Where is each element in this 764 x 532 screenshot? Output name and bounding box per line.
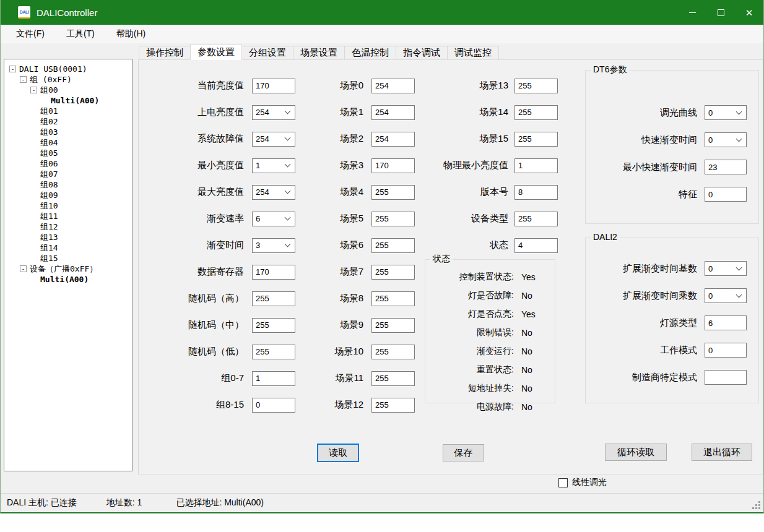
tree-item[interactable]: Multi(A00) <box>4 95 132 106</box>
tree-item[interactable]: -组00 <box>4 85 132 95</box>
input-scene-3[interactable]: 170 <box>371 158 415 173</box>
exit-loop-button[interactable]: 退出循环 <box>692 444 752 461</box>
input-scene-9[interactable]: 255 <box>371 318 415 333</box>
tab-operation-control[interactable]: 操作控制 <box>139 46 191 60</box>
save-button[interactable]: 保存 <box>443 444 484 461</box>
tree-item[interactable]: 组04 <box>4 137 132 148</box>
input-scene-5[interactable]: 255 <box>371 212 415 226</box>
tree-item[interactable]: 组12 <box>4 221 132 232</box>
tree-item[interactable]: -设备（广播0xFF） <box>4 264 132 274</box>
status-value-short-address-missing: No <box>521 384 547 393</box>
input-group-0-7[interactable]: 1 <box>252 371 295 386</box>
menu-item-file[interactable]: 文件(F) <box>9 26 52 42</box>
maximize-button[interactable] <box>706 0 735 25</box>
field-row-ext-fade-base: 扩展渐变时间基数0 <box>591 255 747 282</box>
tab-debug-monitor[interactable]: 调试监控 <box>448 46 499 60</box>
input-version[interactable]: 8 <box>514 185 558 200</box>
combo-fast-fade-time[interactable]: 0 <box>705 132 747 147</box>
minimize-button[interactable] <box>678 0 706 25</box>
input-scene-10[interactable]: 255 <box>371 345 415 359</box>
tree-item[interactable]: 组06 <box>4 158 132 169</box>
loop-read-button[interactable]: 循环读取 <box>605 444 667 461</box>
tree-item[interactable]: 组02 <box>4 116 132 127</box>
input-scene-1[interactable]: 254 <box>371 105 415 120</box>
combo-fade-time[interactable]: 3 <box>252 238 295 253</box>
input-scene-2[interactable]: 254 <box>371 132 415 147</box>
input-scene-8[interactable]: 255 <box>371 291 415 306</box>
close-button[interactable]: ✕ <box>735 0 763 25</box>
tree-collapse-icon[interactable]: - <box>30 87 37 93</box>
tree-item[interactable]: 组14 <box>4 242 132 253</box>
resize-grip[interactable] <box>752 501 761 510</box>
label-light-source-type: 灯源类型 <box>591 317 697 329</box>
combo-dimming-curve[interactable]: 0 <box>705 105 747 120</box>
tree-item[interactable]: 组07 <box>4 169 132 179</box>
tab-parameter-settings[interactable]: 参数设置 <box>190 44 242 60</box>
combo-min-level[interactable]: 1 <box>252 158 295 173</box>
combo-system-failure-level[interactable]: 254 <box>252 132 295 147</box>
input-scene-0[interactable]: 254 <box>371 79 415 93</box>
tree-item[interactable]: -DALI USB(0001) <box>4 64 132 74</box>
tab-scene-settings[interactable]: 场景设置 <box>293 46 345 60</box>
input-random-high[interactable]: 255 <box>252 291 295 306</box>
linear-dimming-checkbox[interactable] <box>558 478 568 487</box>
input-group-8-15[interactable]: 0 <box>252 398 295 413</box>
tab-color-temp-control[interactable]: 色温控制 <box>345 46 396 60</box>
tree-item[interactable]: 组11 <box>4 211 132 221</box>
tree-item-label: 组01 <box>40 106 58 117</box>
input-scene-7[interactable]: 255 <box>371 265 415 280</box>
input-random-low[interactable]: 255 <box>252 345 295 359</box>
tree-item[interactable]: 组15 <box>4 253 132 264</box>
menu-item-tools[interactable]: 工具(T) <box>59 26 102 42</box>
input-scene-13[interactable]: 255 <box>514 79 558 93</box>
tree-collapse-icon[interactable]: - <box>20 265 27 272</box>
tree-item[interactable]: 组08 <box>4 179 132 190</box>
input-scene-4[interactable]: 255 <box>371 185 415 200</box>
input-scene-14[interactable]: 255 <box>514 105 558 120</box>
combo-max-level[interactable]: 254 <box>252 185 295 200</box>
tree-item[interactable]: 组13 <box>4 232 132 242</box>
label-ext-fade-multiplier: 扩展渐变时间乘数 <box>591 290 697 302</box>
tree-item[interactable]: Multi(A00) <box>4 274 132 285</box>
input-min-fast-fade-time[interactable]: 23 <box>705 160 747 174</box>
input-device-type[interactable]: 255 <box>514 212 558 226</box>
tab-command-debug[interactable]: 指令调试 <box>396 46 448 60</box>
input-data-register[interactable]: 170 <box>252 265 295 280</box>
tab-grouping-settings[interactable]: 分组设置 <box>242 46 293 60</box>
input-status[interactable]: 4 <box>514 238 558 253</box>
combo-power-on-level[interactable]: 254 <box>252 105 295 120</box>
status-row-power-failure: 电源故障:No <box>429 398 547 416</box>
tree-item[interactable]: 组03 <box>4 127 132 137</box>
combo-value-fast-fade-time: 0 <box>708 135 713 145</box>
tree-item-label: 组11 <box>40 211 58 222</box>
input-light-source-type[interactable]: 6 <box>705 315 747 330</box>
input-value-scene-8: 255 <box>375 294 389 303</box>
read-button[interactable]: 读取 <box>317 444 359 462</box>
field-row-manufacturer-mode: 制造商特定模式 <box>591 364 747 391</box>
input-features[interactable]: 0 <box>705 187 747 202</box>
input-scene-6[interactable]: 255 <box>371 238 415 253</box>
label-scene-14: 场景14 <box>425 106 508 118</box>
label-scene-11: 场景11 <box>315 372 363 384</box>
combo-fade-rate[interactable]: 6 <box>252 212 295 226</box>
input-random-mid[interactable]: 255 <box>252 318 295 333</box>
menu-item-help[interactable]: 帮助(H) <box>109 26 153 42</box>
input-operating-mode[interactable]: 0 <box>705 343 747 358</box>
tree-item[interactable]: 组01 <box>4 106 132 116</box>
combo-ext-fade-multiplier[interactable]: 0 <box>705 288 747 303</box>
input-scene-11[interactable]: 255 <box>371 371 415 386</box>
input-manufacturer-mode[interactable] <box>705 370 747 385</box>
tree-item[interactable]: 组10 <box>4 200 132 211</box>
device-tree[interactable]: -DALI USB(0001)-组 (0xFF)-组00Multi(A00)组0… <box>4 59 132 471</box>
input-phys-min-level[interactable]: 1 <box>514 158 558 173</box>
tree-item[interactable]: 组09 <box>4 190 132 200</box>
field-row-scene-12: 场景12255 <box>315 392 415 418</box>
tree-collapse-icon[interactable]: - <box>20 76 27 83</box>
tree-item[interactable]: -组 (0xFF) <box>4 74 132 85</box>
tree-item[interactable]: 组05 <box>4 148 132 158</box>
input-scene-15[interactable]: 255 <box>514 132 558 147</box>
tree-collapse-icon[interactable]: - <box>9 66 16 72</box>
combo-ext-fade-base[interactable]: 0 <box>705 261 747 276</box>
input-scene-12[interactable]: 255 <box>371 398 415 413</box>
input-current-level[interactable]: 170 <box>252 79 295 93</box>
